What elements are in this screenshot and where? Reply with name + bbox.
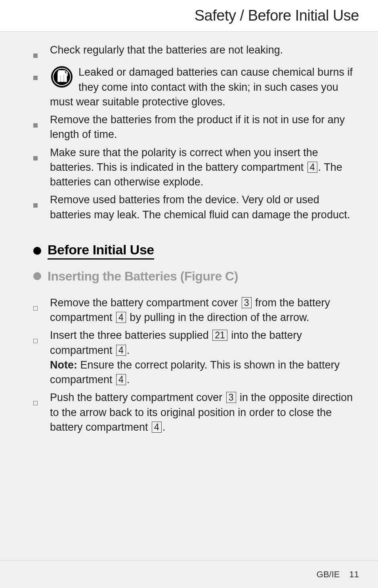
- text-fragment: .: [127, 344, 130, 356]
- safety-bullet: Check regularly that the batteries are n…: [33, 43, 359, 62]
- header-band: Safety / Before Initial Use: [0, 0, 378, 32]
- step-text: Remove the battery compartment cover 3 f…: [50, 296, 359, 325]
- text-fragment: Ensure the correct polarity. This is sho…: [50, 359, 340, 386]
- step-item: Insert the three batteries supplied 21 i…: [33, 328, 359, 387]
- part-reference: 21: [212, 330, 227, 341]
- content-area: Check regularly that the batteries are n…: [33, 43, 359, 438]
- part-reference: 4: [116, 345, 126, 356]
- hollow-square-bullet-icon: [33, 332, 39, 387]
- bullet-text: Make sure that the polarity is correct w…: [50, 145, 359, 190]
- text-fragment: Push the battery compartment cover: [50, 391, 225, 403]
- dot-icon: [33, 247, 41, 255]
- text-fragment: by pulling in the direction of the arrow…: [127, 311, 309, 323]
- text-fragment: Insert the three batteries supplied: [50, 329, 212, 341]
- hollow-square-bullet-icon: [33, 300, 39, 325]
- safety-bullet: Make sure that the polarity is correct w…: [33, 145, 359, 190]
- bullet-text: Check regularly that the batteries are n…: [50, 43, 359, 62]
- section-title: Before Initial Use: [48, 242, 154, 260]
- square-bullet-icon: [33, 69, 39, 109]
- bullet-text-with-icon: Leaked or damaged batteries can cause ch…: [50, 65, 359, 109]
- part-reference: 4: [152, 422, 162, 433]
- bullet-text: Leaked or damaged batteries can cause ch…: [50, 66, 353, 108]
- subsection-title: Inserting the Batteries (Figure C): [48, 269, 238, 284]
- text-fragment: Remove the battery compartment cover: [50, 297, 241, 309]
- dot-icon-grey: [33, 272, 41, 280]
- note-label: Note:: [50, 359, 77, 371]
- page-footer: GB/IE 11: [0, 560, 378, 588]
- page: Safety / Before Initial Use Check regula…: [0, 0, 378, 588]
- safety-bullet: Remove the batteries from the product if…: [33, 113, 359, 142]
- square-bullet-icon: [33, 117, 39, 142]
- steps-list: Remove the battery compartment cover 3 f…: [33, 296, 359, 435]
- section-heading: Before Initial Use: [33, 242, 359, 260]
- step-item: Remove the battery compartment cover 3 f…: [33, 296, 359, 325]
- step-text: Insert the three batteries supplied 21 i…: [50, 328, 359, 387]
- page-header-title: Safety / Before Initial Use: [195, 7, 359, 24]
- safety-bullet: Remove used batteries from the device. V…: [33, 193, 359, 222]
- safety-bullet: Leaked or damaged batteries can cause ch…: [33, 65, 359, 109]
- part-reference: 4: [116, 374, 126, 385]
- part-reference: 3: [226, 392, 236, 403]
- step-item: Push the battery compartment cover 3 in …: [33, 390, 359, 435]
- text-fragment: Make sure that the polarity is correct w…: [50, 147, 318, 173]
- text-fragment: .: [162, 421, 166, 433]
- hollow-square-bullet-icon: [33, 395, 39, 435]
- part-reference: 4: [307, 162, 317, 173]
- bullet-text: Remove the batteries from the product if…: [50, 113, 359, 142]
- square-bullet-icon: [33, 150, 39, 190]
- subsection-heading: Inserting the Batteries (Figure C): [33, 269, 359, 284]
- square-bullet-icon: [33, 197, 39, 222]
- part-reference: 4: [116, 312, 126, 323]
- text-fragment: .: [127, 374, 130, 386]
- bullet-text: Remove used batteries from the device. V…: [50, 193, 359, 222]
- square-bullet-icon: [33, 47, 39, 62]
- gloves-icon: [50, 65, 74, 89]
- footer-region: GB/IE: [317, 569, 340, 580]
- step-text: Push the battery compartment cover 3 in …: [50, 390, 359, 435]
- footer-page-number: 11: [349, 569, 359, 580]
- part-reference: 3: [242, 297, 252, 308]
